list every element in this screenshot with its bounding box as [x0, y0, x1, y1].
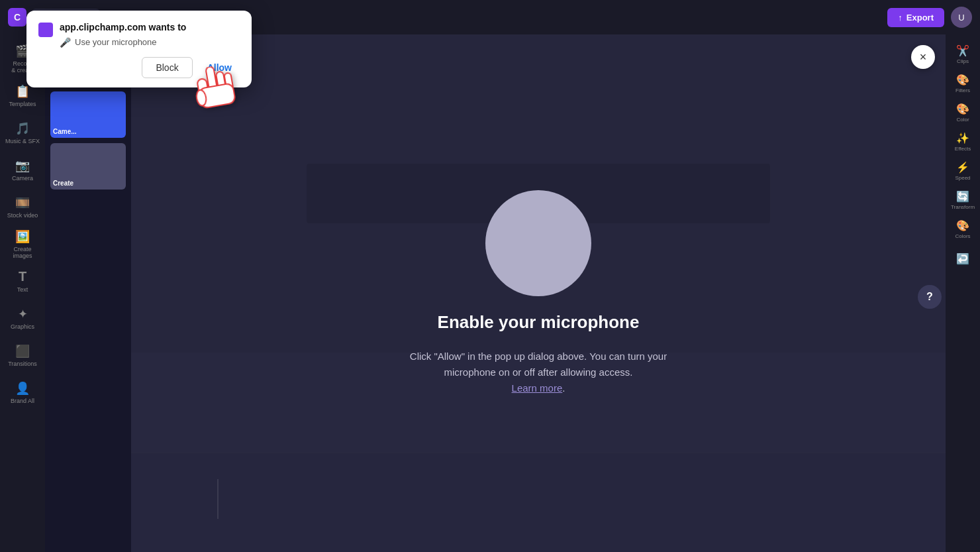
top-bar-right: ↑ Export U	[887, 7, 972, 28]
popup-header: app.clipchamp.com wants to 🎤 Use your mi…	[38, 21, 240, 48]
brand-icon: 👤	[15, 381, 30, 396]
sidebar-item-label: Music & SFX	[5, 138, 40, 144]
sidebar-item-transitions[interactable]: ⬛ Transitions	[5, 338, 40, 372]
panel-thumb-2[interactable]: Came...	[50, 91, 126, 138]
sidebar-item-label: Graphics	[11, 323, 34, 330]
sidebar-item-label: Transitions	[8, 360, 37, 367]
color-label: Color	[956, 117, 969, 123]
filters-icon: 🎨	[956, 74, 969, 86]
popup-info: app.clipchamp.com wants to 🎤 Use your mi…	[60, 21, 186, 48]
site-favicon	[38, 23, 53, 37]
right-sidebar-item-color[interactable]: 🎨 Color	[950, 99, 976, 126]
color2-icon: 🎨	[956, 219, 969, 232]
right-sidebar-item-filters[interactable]: 🎨 Filters	[950, 70, 976, 97]
close-icon: ×	[920, 50, 927, 64]
speed-label: Speed	[955, 175, 970, 181]
sidebar-item-music[interactable]: 🎵 Music & SFX	[5, 115, 40, 150]
speed-icon: ⚡	[956, 161, 969, 174]
close-button[interactable]: ×	[911, 45, 935, 69]
clips-label: Clips	[957, 58, 969, 64]
browser-permission-popup: app.clipchamp.com wants to 🎤 Use your mi…	[26, 11, 252, 87]
right-sidebar-item-effects[interactable]: ✨ Effects	[950, 129, 976, 155]
filters-label: Filters	[956, 87, 970, 93]
left-sidebar: 🎬 Record& create 📋 Templates 🎵 Music & S…	[0, 34, 45, 552]
modal-overlay: Enable your microphone Click "Allow" in …	[131, 34, 946, 552]
sidebar-item-graphics[interactable]: ✦ Graphics	[5, 301, 40, 335]
help-icon: ?	[926, 291, 933, 303]
sidebar-item-text[interactable]: T Text	[5, 264, 40, 298]
transitions-icon: ⬛	[15, 344, 30, 359]
color-icon: 🎨	[956, 103, 969, 115]
effects-label: Effects	[955, 146, 971, 152]
sidebar-item-label: Templates	[9, 101, 36, 107]
allow-button[interactable]: Allow	[199, 57, 240, 78]
sidebar-item-camera[interactable]: 📷 Camera	[5, 152, 40, 187]
sidebar-item-label: Brand All	[11, 398, 34, 404]
block-button[interactable]: Block	[142, 57, 192, 78]
popup-site-text: app.clipchamp.com wants to	[60, 21, 186, 34]
avatar-initial: U	[958, 13, 964, 23]
panel-area: Scree... Came... Create	[45, 34, 131, 552]
stock-icon: 🎞️	[15, 195, 30, 210]
popup-subtitle: 🎤 Use your microphone	[60, 37, 186, 48]
avatar[interactable]: U	[951, 7, 972, 28]
sidebar-item-label: Camera	[12, 175, 33, 182]
modal-title: Enable your microphone	[438, 312, 640, 333]
transform-label: Transform	[951, 204, 975, 210]
camera-icon: 📷	[15, 158, 30, 173]
transform-icon: 🔄	[956, 190, 969, 203]
text-icon: T	[19, 269, 26, 284]
sidebar-item-label: Createimages	[13, 246, 32, 259]
music-icon: 🎵	[15, 121, 30, 136]
thumb-label-2: Came...	[53, 128, 77, 135]
microphone-circle-graphic	[485, 190, 591, 296]
export-icon: ↑	[898, 13, 903, 23]
color2-label: Colors	[955, 233, 970, 239]
modal-description: Click "Allow" in the pop up dialog above…	[386, 349, 691, 396]
modal-content: Enable your microphone Click "Allow" in …	[360, 150, 717, 436]
modal-description-text: Click "Allow" in the pop up dialog above…	[410, 351, 667, 378]
learn-more-link[interactable]: Learn more	[512, 382, 563, 394]
right-sidebar-item-color2[interactable]: 🎨 Colors	[950, 216, 976, 243]
permission-text: Use your microphone	[75, 37, 157, 47]
sidebar-item-label: Text	[17, 286, 28, 293]
right-sidebar: ✂️ Clips 🎨 Filters 🎨 Color ✨ Effects ⚡ S…	[946, 34, 980, 552]
app-logo: C	[8, 8, 26, 27]
sidebar-item-images[interactable]: 🖼️ Createimages	[5, 227, 40, 261]
right-sidebar-item-transform[interactable]: 🔄 Transform	[950, 187, 976, 213]
sidebar-item-brand[interactable]: 👤 Brand All	[5, 375, 40, 410]
sidebar-item-stock[interactable]: 🎞️ Stock video	[5, 190, 40, 224]
right-sidebar-item-speed[interactable]: ⚡ Speed	[950, 158, 976, 184]
panel-thumb-3[interactable]: Create	[50, 143, 126, 190]
thumb-label-3: Create	[53, 180, 74, 187]
sidebar-item-label: Stock video	[7, 212, 38, 219]
clips-icon: ✂️	[956, 44, 969, 57]
templates-icon: 📋	[15, 84, 30, 99]
mic-icon: 🎤	[60, 37, 71, 48]
popup-actions: Block Allow	[38, 57, 240, 78]
graphics-icon: ✦	[18, 307, 28, 321]
help-button[interactable]: ?	[918, 285, 942, 309]
right-sidebar-item-clips[interactable]: ✂️ Clips	[950, 41, 976, 68]
images-icon: 🖼️	[15, 229, 30, 244]
right-sidebar-item-undo[interactable]: ↩️	[950, 245, 976, 272]
export-label: Export	[906, 13, 934, 23]
export-button[interactable]: ↑ Export	[887, 8, 944, 27]
effects-icon: ✨	[956, 132, 969, 144]
undo-icon: ↩️	[956, 252, 969, 265]
